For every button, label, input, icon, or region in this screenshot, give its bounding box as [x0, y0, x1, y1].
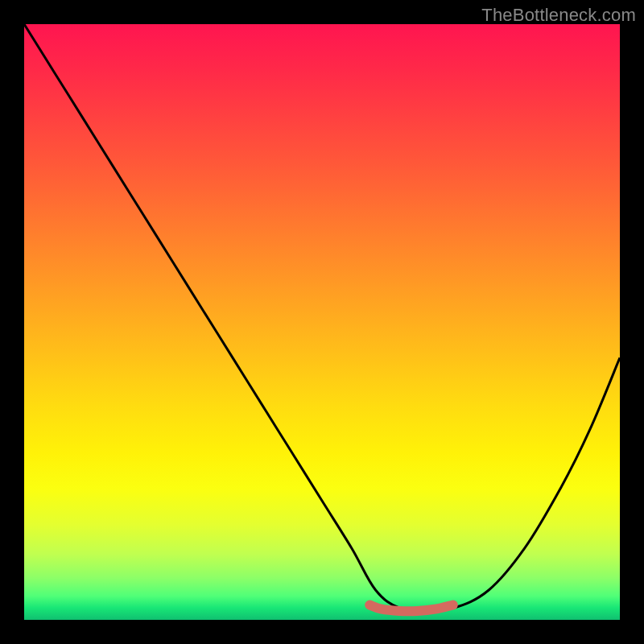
plot-area — [24, 24, 620, 620]
curve-svg — [24, 24, 620, 620]
chart-container: TheBottleneck.com — [0, 0, 644, 644]
watermark-text: TheBottleneck.com — [481, 5, 636, 26]
bottleneck-curve-path — [24, 24, 620, 609]
sweet-spot-segment-path — [369, 605, 453, 612]
